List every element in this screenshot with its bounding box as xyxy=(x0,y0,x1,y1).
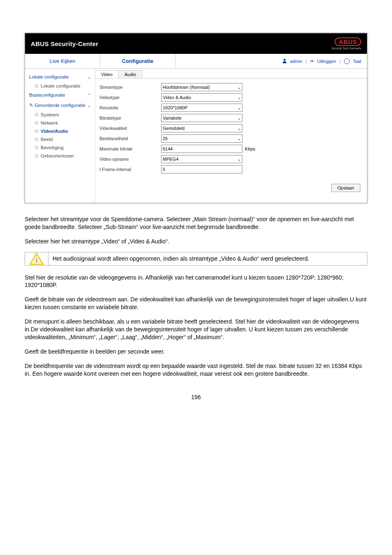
sidebar-item-network[interactable]: Netwerk xyxy=(25,119,95,127)
sidebar-group-basic[interactable]: Basisconfiguratie ⌃ xyxy=(25,90,95,100)
warning-icon: i xyxy=(29,252,44,265)
app-titlebar: ABUS Security-Center ABUS Security Tech … xyxy=(25,33,367,54)
main-tabs: Live Kijken Configuratie admin | ➟ Uitlo… xyxy=(25,54,367,69)
subtab-audio[interactable]: Audio xyxy=(118,70,142,78)
sidebar-group-advanced[interactable]: ✎ Gevorderde configuratie ⌄ xyxy=(25,100,95,111)
select-videotype[interactable]: Video & Audio⌄ xyxy=(161,93,242,102)
tab-live[interactable]: Live Kijken xyxy=(25,54,100,68)
note-box: i Het audiosignaal wordt alleen opgenome… xyxy=(25,252,367,266)
language-link[interactable]: Taal xyxy=(353,59,361,64)
main-panel: Video Audio Streamtype Hoofdstream (Norm… xyxy=(95,69,367,203)
bullet-icon xyxy=(35,84,38,88)
paragraph-resolution: Stel hier de resolutie van de videogegev… xyxy=(25,274,367,289)
input-maxbitrate[interactable]: 6144 xyxy=(161,145,242,153)
save-button[interactable]: Opslaan xyxy=(331,184,360,192)
label-videotype: Videotype xyxy=(99,95,161,100)
paragraph-bitrate: Geeft de bitrate van de videostream aan.… xyxy=(25,296,367,311)
label-iframe: I Frame-interval xyxy=(99,167,161,172)
logout-link[interactable]: Uitloggen xyxy=(317,59,336,64)
chevron-down-icon: ⌄ xyxy=(238,116,241,120)
chevron-down-icon: ⌄ xyxy=(238,95,241,100)
sidebar-item-security[interactable]: Beveiliging xyxy=(25,143,95,152)
paragraph-quality: Dit menupunt is alleen beschikbaar, als … xyxy=(25,318,367,341)
chevron-down-icon: ⌄ xyxy=(88,75,91,79)
sidebar-group-local[interactable]: Lokale configuratie ⌄ xyxy=(25,72,95,82)
label-maxbitrate: Maximale bitrate xyxy=(99,146,161,151)
brand-logo: ABUS Security Tech Germany xyxy=(331,37,361,50)
select-bitratetype[interactable]: Variabele⌄ xyxy=(161,114,242,122)
user-icon xyxy=(282,59,287,63)
label-streamtype: Streamtype xyxy=(99,85,161,90)
chevron-down-icon: ⌄ xyxy=(238,126,241,131)
select-streamtype[interactable]: Hoofdstream (Normaal)⌄ xyxy=(161,83,242,91)
sidebar-item-image[interactable]: Beeld xyxy=(25,135,95,143)
label-videoquality: Videokwaliteit xyxy=(99,126,161,131)
chevron-up-icon: ⌃ xyxy=(88,93,91,97)
abus-logo-subtext: Security Tech Germany xyxy=(331,47,361,50)
chevron-down-icon: ⌄ xyxy=(238,85,241,90)
select-framerate[interactable]: 25⌄ xyxy=(161,134,242,143)
select-encoding[interactable]: MPEG4⌄ xyxy=(161,155,242,163)
logout-icon: ➟ xyxy=(310,58,314,64)
sidebar: Lokale configuratie ⌄ Lokale configurati… xyxy=(25,69,95,203)
sidebar-item-events[interactable]: Gebeurtenissen xyxy=(25,152,95,160)
paragraph-videotype: Selecteer hier het streamtype „Video“ of… xyxy=(25,238,367,245)
sidebar-item-videoaudio[interactable]: Video/Audio xyxy=(25,127,95,135)
paragraph-maxbitrate: De beeldfrequentie van de videostream wo… xyxy=(25,362,367,378)
app-title: ABUS Security-Center xyxy=(31,40,98,47)
tab-config[interactable]: Configuratie xyxy=(100,54,175,68)
paragraph-framerate: Geeft de beeldfrequentie in beelden per … xyxy=(25,348,367,356)
app-screenshot: ABUS Security-Center ABUS Security Tech … xyxy=(25,33,367,203)
label-framerate: Beeldsnelheid xyxy=(99,136,161,141)
label-bitratetype: Bitratetype xyxy=(99,116,161,120)
globe-icon xyxy=(344,58,350,64)
input-iframe[interactable]: 5 xyxy=(161,165,242,173)
user-label: admin xyxy=(290,59,302,64)
paragraph-streamtype: Selecteer het streamtype voor de Speeddo… xyxy=(25,215,367,231)
chevron-down-icon: ⌄ xyxy=(238,157,241,162)
unit-kbps: Kbps xyxy=(245,146,255,151)
select-resolution[interactable]: 1920*1080P⌄ xyxy=(161,104,242,112)
subtab-video[interactable]: Video xyxy=(95,70,119,78)
chevron-down-icon: ⌄ xyxy=(238,136,241,141)
subtabs: Video Audio xyxy=(95,70,367,79)
chevron-down-icon: ⌄ xyxy=(238,106,241,110)
sidebar-item-local[interactable]: Lokale configuratie xyxy=(25,82,95,90)
sidebar-item-system[interactable]: Systeem xyxy=(25,111,95,119)
label-resolution: Resolutie xyxy=(99,105,161,110)
abus-logo-text: ABUS xyxy=(334,37,361,46)
label-encoding: Video-opname xyxy=(99,157,161,162)
page-number: 196 xyxy=(25,394,367,400)
note-text: Het audiosignaal wordt alleen opgenomen,… xyxy=(48,252,367,265)
select-videoquality[interactable]: Gemiddeld⌄ xyxy=(161,124,242,132)
chevron-down-icon: ⌄ xyxy=(88,103,91,108)
